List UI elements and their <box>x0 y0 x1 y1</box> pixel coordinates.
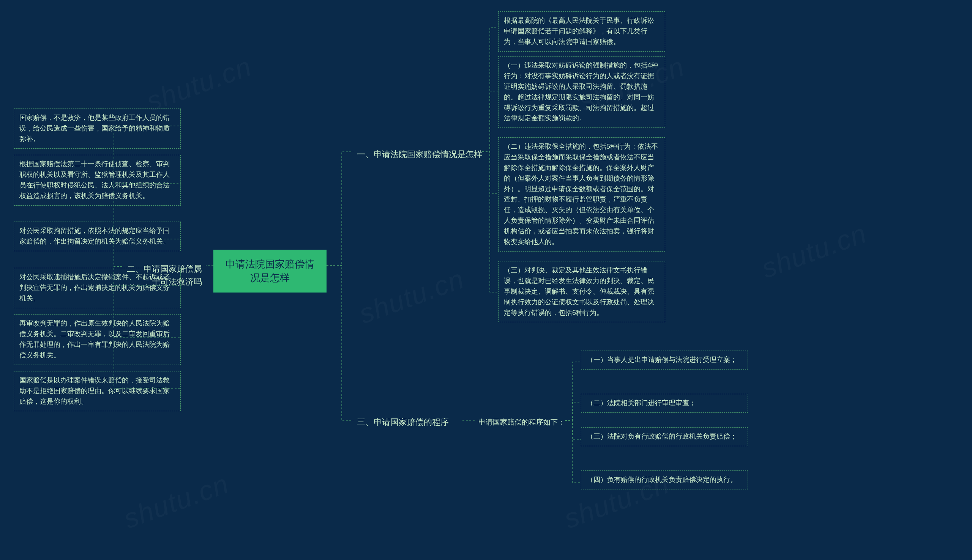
watermark: shutu.cn <box>758 217 871 284</box>
branch3-title: 三、申请国家赔偿的程序 <box>353 413 453 431</box>
branch2-item-2: 对公民采取拘留措施，依照本法的规定应当给予国家赔偿的，作出拘留决定的机关为赔偿义… <box>14 222 181 251</box>
branch2-item-1: 根据国家赔偿法第二十一条行使侦查、检察、审判职权的机关以及看守所、监狱管理机关及… <box>14 155 181 206</box>
center-node: 申请法院国家赔偿情况是怎样 <box>214 250 327 293</box>
branch1-item-2: （二）违法采取保全措施的，包括5种行为：依法不应当采取保全措施而采取保全措施或者… <box>498 137 665 252</box>
branch3-item-1: （二）法院相关部门进行审理审查； <box>581 394 748 413</box>
branch1-item-3: （三）对判决、裁定及其他生效法律文书执行错误，也就是对已经发生法律效力的判决、裁… <box>498 261 665 322</box>
branch3-item-2: （三）法院对负有行政赔偿的行政机关负责赔偿； <box>581 427 748 446</box>
branch3-item-0: （一）当事人提出申请赔偿与法院进行受理立案； <box>581 350 748 370</box>
branch2-item-0: 国家赔偿，不是救济，他是某些政府工作人员的错误，给公民造成一些伤害，国家给予的精… <box>14 108 181 149</box>
watermark: shutu.cn <box>355 263 469 330</box>
branch1-title: 一、申请法院国家赔偿情况是怎样 <box>353 146 486 163</box>
branch1-item-0: 根据最高院的《最高人民法院关于民事、行政诉讼申请国家赔偿若干问题的解释》，有以下… <box>498 12 665 52</box>
watermark: shutu.cn <box>142 50 256 117</box>
branch1-item-1: （一）违法采取对妨碍诉讼的强制措施的，包括4种行为：对没有事实妨碍诉讼行为的人或… <box>498 56 665 128</box>
branch3-item-3: （四）负有赔偿的行政机关负责赔偿决定的执行。 <box>581 470 748 490</box>
branch2-item-5: 国家赔偿是以办理案件错误来赔偿的，接受司法救助不是拒绝国家赔偿的理由。你可以继续… <box>14 371 181 411</box>
branch2-item-3: 对公民采取逮捕措施后决定撤销案件、不起诉或者判决宣告无罪的，作出逮捕决定的机关为… <box>14 268 181 308</box>
branch2-item-4: 再审改判无罪的，作出原生效判决的人民法院为赔偿义务机关。二审改判无罪，以及二审发… <box>14 314 181 365</box>
branch3-sub: 申请国家赔偿的程序如下： <box>474 414 569 430</box>
watermark: shutu.cn <box>120 468 233 535</box>
